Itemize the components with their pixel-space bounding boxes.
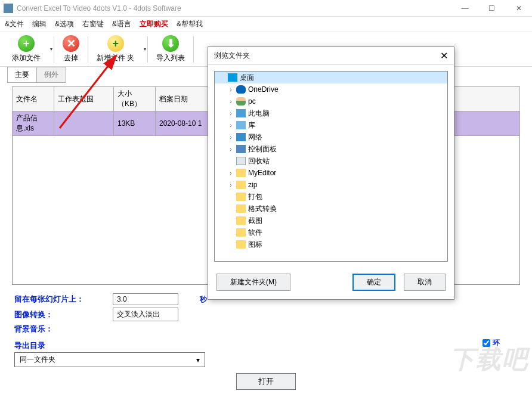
cell-range (54, 111, 114, 136)
folder-icon (236, 216, 246, 225)
col-range[interactable]: 工作表范围 (54, 87, 114, 111)
import-list-button[interactable]: ⬇ 导入列表 (149, 34, 192, 64)
ok-button[interactable]: 确定 (352, 274, 395, 291)
new-folder-button[interactable]: 新建文件夹(M) (216, 274, 290, 291)
menu-options[interactable]: &选项 (55, 19, 74, 29)
tree-item-folder[interactable]: 截图 (215, 215, 447, 227)
menu-help[interactable]: &帮帮我 (177, 19, 203, 29)
transition-select[interactable]: 交叉淡入淡出 (113, 308, 178, 321)
dialog-title: 浏览文件夹 (214, 51, 250, 61)
tree-item-folder[interactable]: 格式转换 (215, 203, 447, 215)
add-folder-button[interactable]: + 新增文件 夹 (89, 34, 141, 64)
export-dir-value: 同一文件夹 (20, 355, 55, 365)
tree-item-desktop[interactable]: 桌面 (215, 72, 447, 83)
remove-button[interactable]: ✕ 去掉 (55, 34, 86, 64)
plus-icon: + (18, 35, 35, 52)
col-filename[interactable]: 文件名 (13, 87, 54, 111)
network-icon (236, 133, 246, 141)
controlpanel-icon (236, 145, 246, 153)
dialog-titlebar: 浏览文件夹 ✕ (208, 47, 454, 65)
tree-item-network[interactable]: ›网络 (215, 131, 447, 143)
tree-item-user[interactable]: ›pc (215, 95, 447, 107)
minimize-button[interactable]: — (451, 0, 478, 17)
loop-label: 环 (493, 338, 500, 348)
stay-label: 留在每张幻灯片上： (14, 294, 113, 305)
folder-icon (236, 228, 246, 237)
separator (193, 36, 194, 63)
library-icon (236, 121, 246, 129)
window-title: Convert Excel To Video 4dots V1.0 - 4dot… (17, 4, 181, 13)
menu-file[interactable]: &文件 (5, 19, 24, 29)
user-icon (236, 97, 246, 106)
addfolder-label: 新增文件 夹 (97, 53, 134, 63)
menu-rightclick[interactable]: 右窗键 (82, 19, 104, 29)
tree-item-folder[interactable]: ›zip (215, 179, 447, 191)
titlebar: Convert Excel To Video 4dots V1.0 - 4dot… (0, 0, 532, 17)
tree-item-folder[interactable]: 打包 (215, 191, 447, 203)
remove-label: 去掉 (64, 53, 78, 63)
seconds-label: 秒 (200, 294, 207, 305)
close-button[interactable]: ✕ (505, 0, 532, 17)
menu-language[interactable]: &语言 (112, 19, 131, 29)
folder-icon (236, 240, 246, 249)
cloud-icon (236, 85, 246, 94)
menu-edit[interactable]: 编辑 (32, 19, 47, 29)
tree-item-folder[interactable]: ›MyEditor (215, 167, 447, 179)
folder-icon (236, 169, 246, 177)
chevron-down-icon[interactable]: ▾ (144, 46, 146, 52)
import-icon: ⬇ (162, 35, 179, 52)
col-size[interactable]: 大小（KB） (114, 87, 156, 111)
add-file-button[interactable]: + 添加文件 (5, 34, 48, 64)
recyclebin-icon (236, 157, 246, 165)
open-button[interactable]: 打开 (236, 373, 296, 390)
tree-item-libraries[interactable]: ›库 (215, 119, 447, 131)
folder-plus-icon: + (107, 35, 124, 52)
computer-icon (236, 109, 246, 117)
cell-date: 2020-08-10 1 (156, 111, 209, 136)
tree-item-recyclebin[interactable]: 回收站 (215, 155, 447, 167)
dialog-close-button[interactable]: ✕ (440, 50, 448, 61)
loop-checkbox[interactable] (482, 339, 490, 347)
desktop-icon (228, 73, 237, 82)
tree-item-folder[interactable]: 软件 (215, 227, 447, 238)
app-icon (4, 4, 13, 13)
cell-size: 13KB (114, 111, 156, 136)
transition-label: 图像转换： (14, 309, 113, 320)
import-label: 导入列表 (156, 53, 185, 63)
tab-main[interactable]: 主要 (7, 67, 37, 83)
tree-item-folder[interactable]: 图标 (215, 238, 447, 250)
window-controls: — ☐ ✕ (451, 0, 532, 17)
export-dir-select[interactable]: 同一文件夹 ▾ (14, 352, 205, 367)
bgm-label: 背景音乐： (14, 324, 113, 334)
add-label: 添加文件 (12, 53, 41, 63)
chevron-down-icon[interactable]: ▾ (50, 46, 52, 52)
dialog-buttons: 新建文件夹(M) 确定 取消 (208, 268, 454, 299)
maximize-button[interactable]: ☐ (478, 0, 505, 17)
col-date[interactable]: 档案日期 (156, 87, 209, 111)
folder-icon (236, 193, 246, 201)
folder-tree[interactable]: 桌面 ›OneDrive ›pc ›此电脑 ›库 ›网络 ›控制面板 回收站 ›… (214, 71, 448, 262)
folder-icon (236, 181, 246, 189)
menu-buynow[interactable]: 立即购买 (140, 19, 168, 29)
folder-icon (236, 204, 246, 213)
separator (88, 36, 88, 63)
separator (147, 36, 148, 63)
separator (54, 36, 54, 63)
tab-except[interactable]: 例外 (36, 67, 66, 83)
export-legend: 导出目录 (14, 340, 205, 351)
options-pane: 留在每张幻灯片上： 3.0 秒 图像转换： 交叉淡入淡出 背景音乐： 导出目录 … (0, 288, 532, 392)
browse-folder-dialog: 浏览文件夹 ✕ 桌面 ›OneDrive ›pc ›此电脑 ›库 ›网络 ›控制… (208, 46, 454, 300)
chevron-down-icon: ▾ (196, 356, 200, 364)
tree-item-controlpanel[interactable]: ›控制面板 (215, 143, 447, 155)
cancel-button[interactable]: 取消 (404, 274, 446, 291)
x-icon: ✕ (63, 35, 79, 52)
tree-item-onedrive[interactable]: ›OneDrive (215, 83, 447, 95)
stay-input[interactable]: 3.0 (113, 293, 178, 305)
menubar: &文件 编辑 &选项 右窗键 &语言 立即购买 &帮帮我 (0, 17, 532, 32)
cell-filename: 产品信息.xls (13, 111, 54, 136)
tree-item-thispc[interactable]: ›此电脑 (215, 107, 447, 119)
